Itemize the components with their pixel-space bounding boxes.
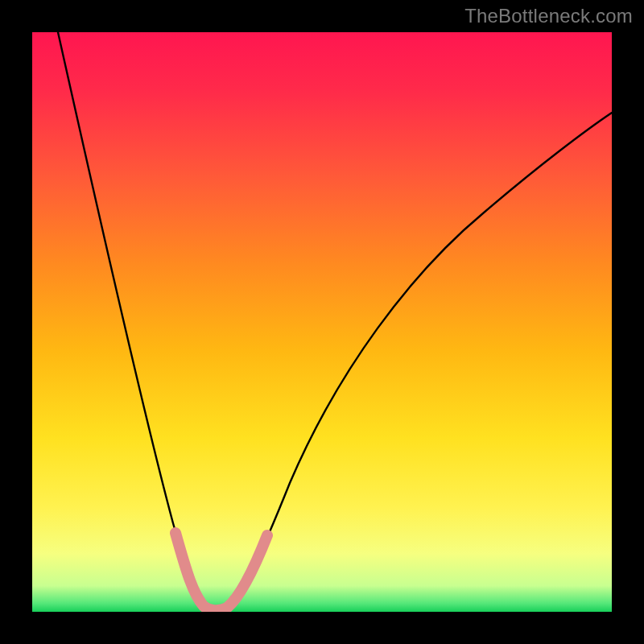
chart-svg <box>32 32 612 612</box>
gradient-background <box>32 32 612 612</box>
plot-area <box>32 32 612 612</box>
watermark-text: TheBottleneck.com <box>464 5 633 27</box>
chart-container: TheBottleneck.com <box>0 0 644 644</box>
